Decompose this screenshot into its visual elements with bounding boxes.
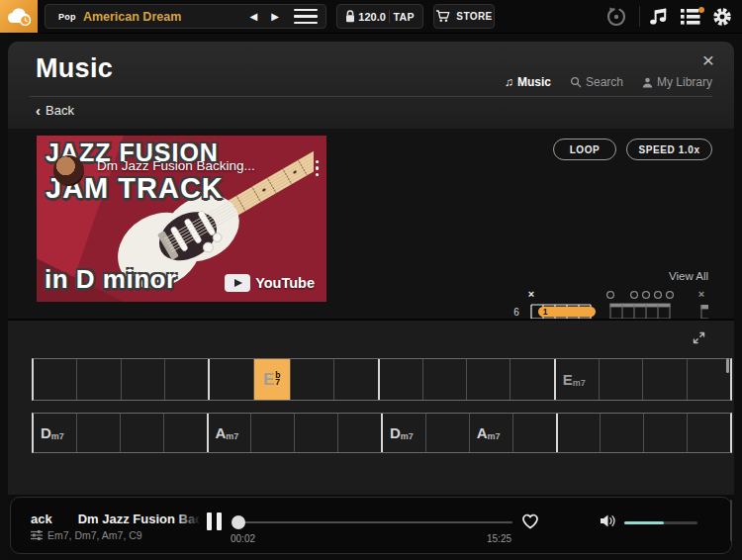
page-title: Music: [36, 53, 113, 84]
tab-search[interactable]: Search: [570, 75, 623, 89]
video-thumbnail[interactable]: JAZZ FUSION JAM TRACK in D minor Dm Jazz…: [37, 136, 326, 302]
next-song-button[interactable]: ▶: [264, 11, 286, 22]
timeline-cell-empty[interactable]: [250, 414, 294, 452]
timeline-cell-empty[interactable]: [333, 359, 377, 400]
settings-button[interactable]: [711, 6, 733, 32]
tab-my-library[interactable]: My Library: [642, 75, 712, 89]
fret-number: 6: [513, 307, 519, 318]
timeline-cell-empty[interactable]: [599, 359, 642, 400]
timeline-cell-empty[interactable]: [643, 414, 687, 452]
timeline-cell-empty[interactable]: [121, 359, 164, 400]
timeline-cell-empty[interactable]: [76, 359, 120, 400]
timeline-cell-empty[interactable]: [378, 359, 422, 400]
panel-scrollbar[interactable]: [730, 500, 732, 541]
timeline-cell-am7[interactable]: Am7: [207, 414, 251, 452]
cloud-icon: [6, 6, 33, 27]
youtube-logo[interactable]: YouTube: [225, 274, 315, 292]
timeline-cell-am7[interactable]: Am7: [469, 414, 512, 452]
top-bar: Pop American Dream ◀ ▶ 120.0 TAP STORE: [0, 0, 742, 34]
expand-timeline-button[interactable]: [692, 330, 706, 349]
tempo-control[interactable]: 120.0 TAP: [336, 4, 423, 29]
timeline-cell-empty[interactable]: [208, 359, 252, 400]
pause-button[interactable]: [207, 513, 222, 530]
prev-song-button[interactable]: ◀: [243, 11, 265, 22]
timeline-cell-empty[interactable]: [510, 359, 553, 400]
panel-header: Music × ♫ Music Search: [8, 42, 734, 129]
restart-icon: [604, 5, 628, 29]
song-selector[interactable]: Pop American Dream ◀ ▶: [45, 4, 326, 29]
timeline-cell-empty[interactable]: [642, 359, 686, 400]
notification-dot: [698, 7, 704, 13]
songs-button[interactable]: [648, 6, 670, 31]
chords-settings-icon: [31, 529, 43, 541]
tab-music[interactable]: ♫ Music: [505, 75, 551, 89]
volume-fill: [624, 521, 664, 524]
player-bar: ackDm Jazz Fusion Bac Em7, Dm7, Am7, C9 …: [10, 497, 732, 554]
player-chords-line: Em7, Dm7, Am7, C9: [31, 529, 142, 541]
total-time: 15:25: [487, 533, 511, 544]
timeline-scrollbar[interactable]: [726, 358, 729, 373]
timeline-cell-empty[interactable]: [164, 359, 208, 400]
tempo-value: 120.0: [358, 11, 386, 23]
timeline-cell-empty[interactable]: [466, 359, 510, 400]
timeline-row-2: Dm7Am7Dm7Am7: [32, 413, 732, 453]
timeline-cell-empty[interactable]: [290, 359, 333, 400]
timeline-cell-empty[interactable]: [600, 414, 643, 452]
barre-finger: 1: [543, 307, 548, 317]
close-button[interactable]: ×: [698, 46, 718, 74]
progress-track[interactable]: [238, 521, 512, 523]
media-section: JAZZ FUSION JAM TRACK in D minor Dm Jazz…: [8, 129, 734, 319]
timeline-cell-empty[interactable]: [422, 359, 466, 400]
timeline-cell-empty[interactable]: [163, 414, 207, 452]
timeline-cell-em7[interactable]: Em7: [554, 359, 599, 400]
timeline-cell-empty[interactable]: [687, 359, 730, 400]
person-icon: [642, 77, 653, 88]
setlist-button[interactable]: [680, 7, 705, 31]
timeline-cell-empty[interactable]: [425, 414, 469, 452]
reset-session-button[interactable]: [604, 5, 628, 33]
volume-slider[interactable]: [624, 521, 697, 524]
timeline-cell-empty[interactable]: [34, 359, 76, 400]
loop-button[interactable]: LOOP: [553, 139, 616, 160]
song-menu-button[interactable]: [294, 7, 318, 27]
topbar-divider: [639, 6, 640, 27]
store-button[interactable]: STORE: [433, 4, 495, 29]
expand-icon: [692, 330, 706, 345]
favorite-button[interactable]: [519, 511, 541, 534]
timeline-cell-dm7[interactable]: Dm7: [381, 414, 425, 452]
player-song-title: ackDm Jazz Fusion Bac: [31, 510, 199, 527]
back-chevron-icon: ‹: [36, 105, 41, 117]
timeline-cell-eb7[interactable]: Eb7: [253, 359, 290, 400]
back-button[interactable]: ‹ Back: [36, 103, 74, 118]
speed-button[interactable]: SPEED 1.0x: [626, 139, 712, 160]
cloud-app-logo[interactable]: [0, 0, 38, 33]
nut: [609, 304, 670, 308]
song-title: American Dream: [83, 10, 243, 24]
muted-string-marker: ×: [528, 288, 534, 300]
timeline-row-1: Eb7Em7: [32, 358, 732, 401]
timeline-cell-empty[interactable]: [294, 414, 337, 452]
timeline-cell-empty[interactable]: [556, 414, 601, 452]
youtube-play-icon: [225, 274, 250, 292]
volume-icon[interactable]: [600, 513, 617, 532]
view-all-link[interactable]: View All: [669, 270, 708, 282]
heart-icon: [519, 511, 541, 530]
thumbnail-art-line3: in D minor: [45, 264, 177, 295]
timeline-cell-empty[interactable]: [337, 414, 381, 452]
progress-thumb[interactable]: [232, 515, 245, 529]
timeline-cell-empty[interactable]: [512, 414, 556, 452]
music-note-icon: [648, 6, 670, 27]
speaker-icon: [600, 513, 617, 528]
song-genre: Pop: [58, 12, 76, 22]
timeline-cell-empty[interactable]: [120, 414, 163, 452]
video-options-button[interactable]: [316, 160, 319, 176]
search-icon: [570, 76, 582, 88]
channel-avatar: [53, 155, 84, 186]
timeline-cell-dm7[interactable]: Dm7: [34, 414, 76, 452]
music-panel: Music × ♫ Music Search: [8, 42, 734, 560]
timeline-cell-empty[interactable]: [76, 414, 120, 452]
timeline-cell-empty[interactable]: [687, 414, 730, 452]
header-divider: [30, 96, 712, 97]
tap-tempo-button[interactable]: TAP: [394, 11, 415, 23]
cart-icon: [435, 10, 450, 23]
